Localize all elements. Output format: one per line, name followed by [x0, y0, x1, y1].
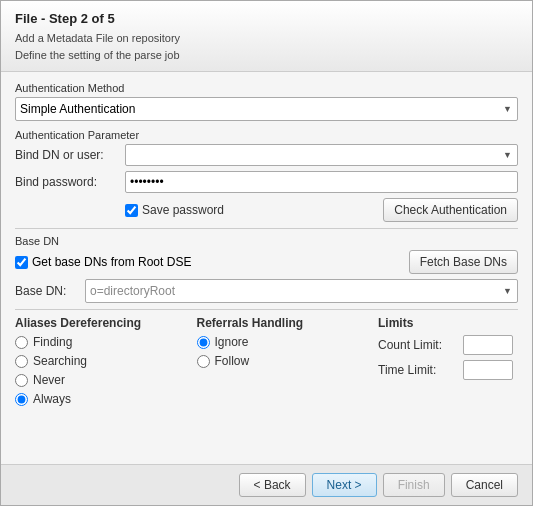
aliases-never-label: Never: [33, 373, 65, 387]
cancel-button[interactable]: Cancel: [451, 473, 518, 497]
bind-dn-label: Bind DN or user:: [15, 148, 125, 162]
referrals-follow: Follow: [197, 354, 369, 368]
columns-section: Aliases Dereferencing Finding Searching …: [15, 316, 518, 406]
aliases-always-radio[interactable]: [15, 393, 28, 406]
save-password-checkbox[interactable]: [125, 204, 138, 217]
base-dn-select[interactable]: o=directoryRoot: [85, 279, 518, 303]
dialog: File - Step 2 of 5 Add a Metadata File o…: [0, 0, 533, 506]
aliases-column: Aliases Dereferencing Finding Searching …: [15, 316, 187, 406]
auth-param-label: Authentication Parameter: [15, 129, 518, 141]
dialog-footer: < Back Next > Finish Cancel: [1, 464, 532, 505]
check-auth-button[interactable]: Check Authentication: [383, 198, 518, 222]
get-base-dns-checkbox[interactable]: [15, 256, 28, 269]
limits-column: Limits Count Limit: 100 Time Limit: 0: [378, 316, 518, 406]
time-limit-label: Time Limit:: [378, 363, 458, 377]
aliases-never: Never: [15, 373, 187, 387]
count-limit-row: Count Limit: 100: [378, 335, 518, 355]
back-button[interactable]: < Back: [239, 473, 306, 497]
finish-button[interactable]: Finish: [383, 473, 445, 497]
base-dn-check-row: Get base DNs from Root DSE Fetch Base DN…: [15, 250, 518, 274]
save-check-row: Save password Check Authentication: [15, 198, 518, 222]
referrals-follow-radio[interactable]: [197, 355, 210, 368]
dialog-body: Authentication Method Simple Authenticat…: [1, 72, 532, 464]
aliases-searching-radio[interactable]: [15, 355, 28, 368]
dialog-header: File - Step 2 of 5 Add a Metadata File o…: [1, 1, 532, 72]
divider-2: [15, 309, 518, 310]
referrals-follow-label: Follow: [215, 354, 250, 368]
bind-pw-label: Bind password:: [15, 175, 125, 189]
bind-dn-input-wrapper: cn=Directory Manager: [125, 144, 518, 166]
aliases-always-label: Always: [33, 392, 71, 406]
fetch-base-dns-button[interactable]: Fetch Base DNs: [409, 250, 518, 274]
auth-method-label: Authentication Method: [15, 82, 518, 94]
base-dn-select-wrapper: o=directoryRoot: [85, 279, 518, 303]
get-base-dns-label: Get base DNs from Root DSE: [32, 255, 191, 269]
base-dn-input-row: Base DN: o=directoryRoot: [15, 279, 518, 303]
aliases-title: Aliases Dereferencing: [15, 316, 187, 330]
aliases-finding-radio[interactable]: [15, 336, 28, 349]
divider-1: [15, 228, 518, 229]
save-password-row: Save password: [125, 203, 224, 217]
limits-title: Limits: [378, 316, 518, 330]
referrals-column: Referrals Handling Ignore Follow: [197, 316, 369, 406]
referrals-ignore-radio[interactable]: [197, 336, 210, 349]
bind-pw-input[interactable]: ********: [125, 171, 518, 193]
referrals-ignore-label: Ignore: [215, 335, 249, 349]
aliases-always: Always: [15, 392, 187, 406]
aliases-searching-label: Searching: [33, 354, 87, 368]
next-button[interactable]: Next >: [312, 473, 377, 497]
referrals-ignore: Ignore: [197, 335, 369, 349]
count-limit-label: Count Limit:: [378, 338, 458, 352]
aliases-finding-label: Finding: [33, 335, 72, 349]
base-dn-section-label: Base DN: [15, 235, 518, 247]
referrals-title: Referrals Handling: [197, 316, 369, 330]
save-password-label: Save password: [142, 203, 224, 217]
aliases-finding: Finding: [15, 335, 187, 349]
base-dn-section: Base DN Get base DNs from Root DSE Fetch…: [15, 235, 518, 303]
count-limit-input[interactable]: 100: [463, 335, 513, 355]
time-limit-input[interactable]: 0: [463, 360, 513, 380]
auth-method-select[interactable]: Simple AuthenticationNo AuthenticationSA…: [15, 97, 518, 121]
auth-method-select-wrapper: Simple AuthenticationNo AuthenticationSA…: [15, 97, 518, 121]
time-limit-row: Time Limit: 0: [378, 360, 518, 380]
aliases-never-radio[interactable]: [15, 374, 28, 387]
bind-pw-row: Bind password: ********: [15, 171, 518, 193]
dialog-title: File - Step 2 of 5: [15, 11, 518, 26]
bind-dn-input[interactable]: cn=Directory Manager: [125, 144, 518, 166]
get-base-dns-check: Get base DNs from Root DSE: [15, 255, 191, 269]
base-dn-field-label: Base DN:: [15, 284, 85, 298]
bind-dn-row: Bind DN or user: cn=Directory Manager: [15, 144, 518, 166]
aliases-searching: Searching: [15, 354, 187, 368]
aliases-radio-group: Finding Searching Never Always: [15, 335, 187, 406]
referrals-radio-group: Ignore Follow: [197, 335, 369, 368]
dialog-subtitle: Add a Metadata File on repository Define…: [15, 30, 518, 63]
